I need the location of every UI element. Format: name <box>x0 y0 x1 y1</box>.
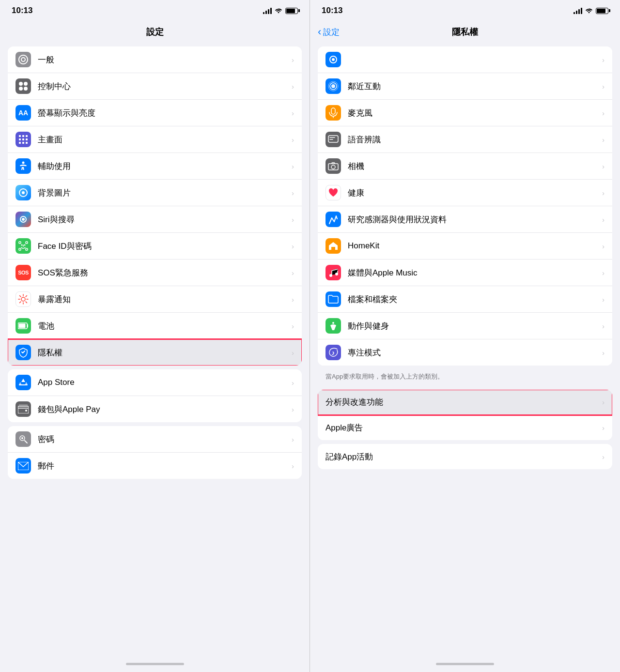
homekit-icon <box>326 238 341 254</box>
svg-rect-17 <box>26 242 28 244</box>
analytics-label: 分析與改進功能 <box>326 397 598 408</box>
row-wallet[interactable]: 錢包與Apple Pay › <box>8 396 302 422</box>
right-status-bar: 10:13 <box>310 0 620 21</box>
sos-chevron: › <box>292 269 294 277</box>
home-screen-label: 主畫面 <box>38 134 288 145</box>
row-home-screen[interactable]: 主畫面 › <box>8 126 302 153</box>
svg-rect-19 <box>26 248 28 250</box>
camera-label: 相機 <box>348 161 598 172</box>
svg-point-1 <box>24 82 28 86</box>
focus-label: 專注模式 <box>348 347 598 358</box>
svg-rect-33 <box>19 324 26 328</box>
right-panel: 10:13 ‹ 設定 隱私權 <box>310 0 620 672</box>
row-wallpaper[interactable]: 背景圖片 › <box>8 180 302 206</box>
row-siri[interactable]: Siri與搜尋 › <box>8 206 302 233</box>
row-partial-top[interactable]: › <box>318 46 612 73</box>
mic-label: 麥克風 <box>348 107 598 119</box>
mail-label: 郵件 <box>38 460 288 472</box>
nearby-label: 鄰近互動 <box>348 81 598 92</box>
apple-ads-label: Apple廣告 <box>326 422 598 433</box>
partial-icon <box>326 52 341 67</box>
homekit-label: HomeKit <box>348 241 598 251</box>
right-nav-title: 隱私權 <box>310 26 620 38</box>
general-icon <box>16 52 31 67</box>
row-speech[interactable]: 語音辨識 › <box>318 126 612 153</box>
wifi-icon <box>275 7 282 15</box>
left-time: 10:13 <box>12 6 32 15</box>
passwords-chevron: › <box>292 435 294 443</box>
battery-label: 電池 <box>38 321 288 332</box>
left-scroll[interactable]: 一般 › 控制中心 › AA 螢幕顯示與亮度 › <box>0 43 310 656</box>
row-exposure[interactable]: 暴露通知 › <box>8 286 302 313</box>
display-icon: AA <box>16 105 31 121</box>
row-faceid[interactable]: Face ID與密碼 › <box>8 233 302 260</box>
row-health[interactable]: 健康 › <box>318 180 612 206</box>
app-activity-label: 記錄App活動 <box>326 451 598 462</box>
battery-icon <box>285 8 298 14</box>
music-label: 媒體與Apple Music <box>348 267 598 278</box>
svg-rect-18 <box>19 248 21 250</box>
back-button[interactable]: ‹ 設定 <box>318 27 340 38</box>
music-icon <box>326 265 341 280</box>
row-nearby[interactable]: 鄰近互動 › <box>318 73 612 100</box>
left-nav-bar: 設定 <box>0 21 310 43</box>
row-passwords[interactable]: 密碼 › <box>8 426 302 453</box>
left-status-icons <box>263 7 298 15</box>
wallpaper-icon <box>16 185 31 200</box>
display-label: 螢幕顯示與亮度 <box>38 107 288 119</box>
faceid-icon <box>16 238 31 254</box>
row-battery[interactable]: 電池 › <box>8 313 302 339</box>
row-app-activity[interactable]: 記錄App活動 › <box>318 444 612 469</box>
row-sos[interactable]: SOS SOS緊急服務 › <box>8 260 302 286</box>
svg-rect-45 <box>331 108 335 114</box>
svg-rect-16 <box>19 242 21 244</box>
svg-point-20 <box>21 244 23 246</box>
right-status-icons <box>574 6 608 15</box>
svg-rect-47 <box>328 136 338 142</box>
nearby-icon <box>326 78 341 94</box>
accessibility-chevron: › <box>292 162 294 170</box>
row-display[interactable]: AA 螢幕顯示與亮度 › <box>8 100 302 126</box>
row-homekit[interactable]: HomeKit › <box>318 233 612 260</box>
svg-rect-35 <box>18 406 29 413</box>
row-research[interactable]: 研究感測器與使用狀況資料 › <box>318 206 612 233</box>
row-accessibility[interactable]: 輔助使用 › <box>8 153 302 180</box>
left-section-apps: 密碼 › 郵件 › <box>8 426 302 479</box>
mic-icon <box>326 105 341 121</box>
row-general[interactable]: 一般 › <box>8 46 302 73</box>
faceid-chevron: › <box>292 242 294 250</box>
row-mail[interactable]: 郵件 › <box>8 453 302 479</box>
control-center-chevron: › <box>292 82 294 91</box>
siri-label: Siri與搜尋 <box>38 214 288 225</box>
right-home-indicator <box>310 656 620 672</box>
row-music[interactable]: 媒體與Apple Music › <box>318 260 612 286</box>
row-apple-ads[interactable]: Apple廣告 › <box>318 415 612 440</box>
exposure-label: 暴露通知 <box>38 294 288 305</box>
privacy-icon <box>16 345 31 360</box>
svg-rect-4 <box>19 135 21 137</box>
right-time: 10:13 <box>322 6 342 15</box>
svg-point-15 <box>22 218 25 221</box>
row-privacy[interactable]: 隱私權 › <box>8 339 302 366</box>
row-focus[interactable]: 專注模式 › <box>318 339 612 366</box>
row-appstore[interactable]: App Store › <box>8 369 302 396</box>
row-analytics[interactable]: 分析與改進功能 › <box>318 390 612 415</box>
row-control-center[interactable]: 控制中心 › <box>8 73 302 100</box>
left-panel: 10:13 設定 一般 <box>0 0 310 672</box>
left-section-store: App Store › 錢包與Apple Pay › <box>8 369 302 422</box>
appstore-chevron: › <box>292 379 294 387</box>
row-files[interactable]: 檔案和檔案夾 › <box>318 286 612 313</box>
svg-rect-8 <box>22 138 24 140</box>
files-icon <box>326 291 341 307</box>
siri-chevron: › <box>292 215 294 224</box>
row-fitness[interactable]: 動作與健身 › <box>318 313 612 339</box>
row-mic[interactable]: 麥克風 › <box>318 100 612 126</box>
fitness-label: 動作與健身 <box>348 321 598 332</box>
row-camera[interactable]: 相機 › <box>318 153 612 180</box>
research-icon <box>326 212 341 227</box>
mail-icon <box>16 458 31 473</box>
right-battery-icon <box>596 8 608 14</box>
svg-rect-11 <box>22 142 24 144</box>
right-scroll[interactable]: › 鄰近互動 › 麥克風 › <box>310 43 620 656</box>
svg-point-42 <box>331 84 335 88</box>
